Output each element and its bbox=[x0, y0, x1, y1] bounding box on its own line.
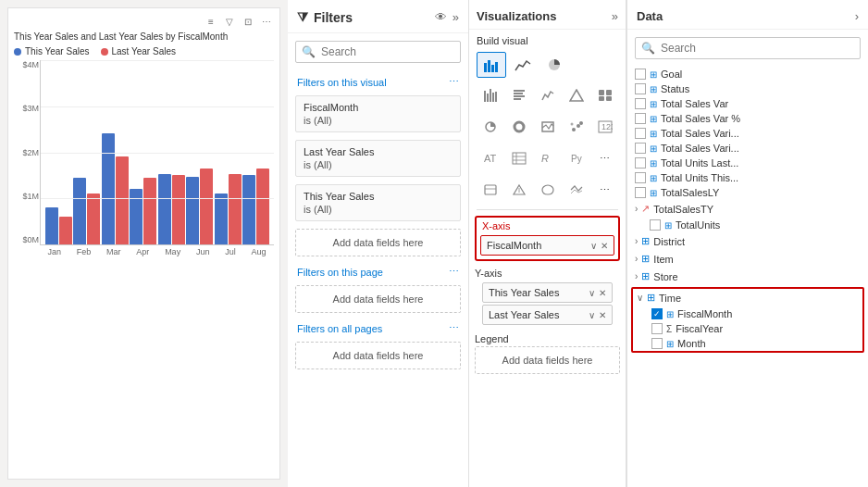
viz-line-chart-icon[interactable] bbox=[508, 52, 538, 78]
data-expand-icon[interactable]: › bbox=[855, 9, 859, 23]
tree-item-totalsalesly[interactable]: ⊞ TotalSalesLY bbox=[631, 185, 864, 200]
tree-group-item[interactable]: › ⊞ Item bbox=[631, 250, 864, 268]
y-axis-field-text-2: Last Year Sales bbox=[489, 309, 559, 320]
viz-icon-2[interactable] bbox=[505, 83, 532, 107]
add-fields-page-btn[interactable]: Add data fields here bbox=[295, 285, 461, 313]
viz-pie-chart-icon[interactable] bbox=[539, 52, 569, 78]
tree-item-goal[interactable]: ⊞ Goal bbox=[631, 67, 864, 81]
data-search-input[interactable] bbox=[661, 42, 854, 55]
x-axis-field-box[interactable]: FiscalMonth ∨ ✕ bbox=[480, 235, 614, 256]
viz-icon-19[interactable] bbox=[563, 178, 589, 202]
tree-item-totalsalesvari1[interactable]: ⊞ Total Sales Vari... bbox=[631, 126, 864, 141]
x-axis-close-icon[interactable]: ✕ bbox=[601, 241, 608, 251]
checkbox-month[interactable] bbox=[651, 338, 663, 349]
filters-search-input[interactable] bbox=[321, 45, 454, 58]
tree-item-totalsalesvarp[interactable]: ⊞ Total Sales Var % bbox=[631, 111, 864, 126]
tree-item-totalsalesvar[interactable]: ⊞ Total Sales Var bbox=[631, 96, 864, 111]
add-fields-visual-btn[interactable]: Add data fields here bbox=[295, 229, 461, 256]
viz-icon-grid-row3: AT R Py ⋯ bbox=[469, 143, 626, 174]
hamburger-icon[interactable]: ≡ bbox=[204, 14, 218, 29]
expand-icon[interactable]: ⊡ bbox=[241, 14, 255, 29]
legend-add-fields-btn[interactable]: Add data fields here bbox=[475, 346, 620, 374]
tree-item-fiscalmonth[interactable]: ✓ ⊞ FiscalMonth bbox=[648, 306, 862, 321]
viz-icon-12[interactable] bbox=[505, 146, 532, 170]
y-axis-field-box-2[interactable]: Last Year Sales ∨ ✕ bbox=[482, 305, 613, 325]
viz-icon-18[interactable] bbox=[534, 178, 561, 202]
expand-time-icon[interactable]: ∨ bbox=[637, 293, 643, 303]
checkbox-totalsalesvari2[interactable] bbox=[635, 143, 646, 154]
viz-expand-icon[interactable]: » bbox=[612, 9, 618, 23]
checkbox-totalunits[interactable] bbox=[650, 219, 661, 231]
x-axis: Jan Feb Mar Apr May Jun Jul Aug bbox=[40, 247, 274, 256]
build-visual-label: Build visual bbox=[469, 30, 626, 50]
x-axis-chevron-icon[interactable]: ∨ bbox=[590, 241, 597, 251]
y-axis-chevron-2-icon[interactable]: ∨ bbox=[589, 310, 595, 320]
tree-item-fiscalyear[interactable]: Σ FiscalYear bbox=[648, 321, 862, 336]
filter-card-fiscalmonth[interactable]: FiscalMonth is (All) bbox=[295, 95, 461, 132]
checkbox-totalsalesvar[interactable] bbox=[635, 98, 646, 109]
viz-bar-chart-icon[interactable] bbox=[477, 52, 506, 78]
checkbox-totalunitslast[interactable] bbox=[635, 157, 646, 169]
viz-icon-4[interactable] bbox=[563, 83, 589, 107]
expand-totalsalesty-icon[interactable]: › bbox=[635, 204, 638, 214]
expand-district-icon[interactable]: › bbox=[635, 236, 638, 246]
viz-icon-9[interactable] bbox=[563, 115, 589, 139]
filter-card-lastyearsales[interactable]: Last Year Sales is (All) bbox=[295, 140, 461, 177]
tree-group-district[interactable]: › ⊞ District bbox=[631, 232, 864, 250]
viz-icon-10[interactable]: 123 bbox=[591, 115, 618, 139]
add-fields-all-btn[interactable]: Add data fields here bbox=[295, 342, 461, 369]
filter-icon[interactable]: ▽ bbox=[222, 14, 237, 29]
viz-icon-7[interactable] bbox=[505, 115, 532, 139]
tree-item-totalunitslast[interactable]: ⊞ Total Units Last... bbox=[631, 156, 864, 170]
expand-store-icon[interactable]: › bbox=[635, 271, 638, 281]
y-axis-close-1-icon[interactable]: ✕ bbox=[599, 288, 606, 298]
checkbox-fiscalyear[interactable] bbox=[651, 323, 663, 334]
chart-toolbar: ≡ ▽ ⊡ ⋯ bbox=[14, 14, 274, 29]
checkbox-totalsalesly[interactable] bbox=[635, 187, 646, 198]
tree-label-totalunitsthis: Total Units This... bbox=[661, 172, 738, 183]
viz-icon-20[interactable]: ⋯ bbox=[591, 178, 618, 202]
filters-expand-icon[interactable]: » bbox=[453, 10, 459, 24]
filters-eye-icon[interactable]: 👁 bbox=[435, 10, 447, 24]
filters-visual-more-icon[interactable]: ⋯ bbox=[449, 76, 459, 88]
viz-icon-14[interactable]: Py bbox=[563, 146, 589, 170]
y-axis-close-2-icon[interactable]: ✕ bbox=[599, 310, 606, 320]
viz-icon-11[interactable]: AT bbox=[477, 146, 503, 170]
viz-icon-6[interactable] bbox=[477, 115, 503, 139]
checkbox-goal[interactable] bbox=[635, 69, 646, 80]
x-label-apr: Apr bbox=[136, 247, 149, 256]
viz-icon-17[interactable] bbox=[505, 178, 532, 202]
checkbox-totalsalesvari1[interactable] bbox=[635, 128, 646, 139]
tree-item-month[interactable]: ⊞ Month bbox=[648, 336, 862, 351]
tree-group-totalsalesty[interactable]: › ↗ TotalSalesTY bbox=[631, 200, 864, 218]
filters-page-more-icon[interactable]: ⋯ bbox=[449, 266, 459, 278]
tree-item-totalunitsthis[interactable]: ⊞ Total Units This... bbox=[631, 170, 864, 185]
tree-item-status[interactable]: ⊞ Status bbox=[631, 81, 864, 96]
viz-icon-8[interactable] bbox=[534, 115, 561, 139]
table-icon-totalunitsthis: ⊞ bbox=[650, 173, 657, 183]
y-axis-field-box-1[interactable]: This Year Sales ∨ ✕ bbox=[482, 282, 613, 303]
viz-icon-15[interactable]: ⋯ bbox=[591, 146, 618, 170]
viz-icon-16[interactable] bbox=[477, 178, 503, 202]
more-icon[interactable]: ⋯ bbox=[259, 14, 274, 29]
expand-item-icon[interactable]: › bbox=[635, 254, 638, 264]
tree-group-store[interactable]: › ⊞ Store bbox=[631, 268, 864, 285]
viz-icon-3[interactable] bbox=[534, 83, 561, 107]
checkbox-totalunitsthis[interactable] bbox=[635, 172, 646, 183]
viz-icon-5[interactable] bbox=[591, 83, 618, 107]
data-search-box[interactable]: 🔍 bbox=[635, 37, 861, 59]
tree-item-totalunits[interactable]: ⊞ TotalUnits bbox=[646, 218, 864, 232]
svg-rect-2 bbox=[491, 65, 494, 72]
filters-search-box[interactable]: 🔍 bbox=[295, 41, 461, 63]
tree-group-time[interactable]: ∨ ⊞ Time bbox=[633, 289, 862, 306]
checkbox-totalsalesvarp[interactable] bbox=[635, 113, 646, 124]
tree-item-totalsalesvari2[interactable]: ⊞ Total Sales Vari... bbox=[631, 141, 864, 156]
viz-icon-1[interactable] bbox=[477, 83, 503, 107]
svg-text:123: 123 bbox=[601, 122, 613, 131]
checkbox-status[interactable] bbox=[635, 83, 646, 94]
filters-all-more-icon[interactable]: ⋯ bbox=[449, 322, 459, 334]
viz-icon-13[interactable]: R bbox=[534, 146, 561, 170]
checkbox-fiscalmonth[interactable]: ✓ bbox=[651, 308, 663, 319]
y-axis-chevron-1-icon[interactable]: ∨ bbox=[589, 288, 595, 298]
filter-card-thisyearsales[interactable]: This Year Sales is (All) bbox=[295, 184, 461, 221]
